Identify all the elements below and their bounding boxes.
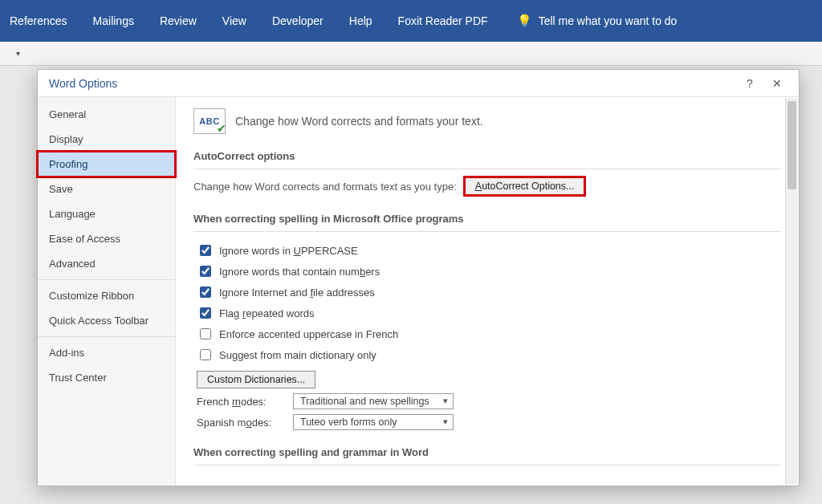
ribbon-tab-review[interactable]: Review	[158, 10, 198, 32]
sidebar-item-quick-access-toolbar[interactable]: Quick Access Toolbar	[38, 308, 175, 333]
sidebar-separator	[38, 336, 175, 337]
spelling-check-3[interactable]: Flag repeated words	[197, 303, 781, 323]
custom-dictionaries-button[interactable]: Custom Dictionaries...	[197, 371, 315, 388]
ribbon: References Mailings Review View Develope…	[0, 0, 822, 42]
ribbon-tab-view[interactable]: View	[221, 10, 248, 32]
ribbon-tab-help[interactable]: Help	[348, 10, 374, 32]
sidebar-item-trust-center[interactable]: Trust Center	[38, 365, 175, 390]
section-spelling-word: When correcting spelling and grammar in …	[193, 441, 781, 465]
ribbon-tab-developer[interactable]: Developer	[271, 10, 325, 32]
sidebar-item-general[interactable]: General	[38, 102, 175, 127]
spelling-checkbox-4[interactable]	[200, 328, 211, 339]
sidebar-item-display[interactable]: Display	[38, 127, 175, 152]
ribbon-tab-references[interactable]: References	[8, 10, 69, 32]
dialog-titlebar: Word Options ? ✕	[38, 70, 799, 97]
tell-me-search[interactable]: 💡 Tell me what you want to do	[517, 14, 678, 28]
lightbulb-icon: 💡	[517, 14, 532, 28]
french-modes-label: French modes:	[197, 396, 285, 408]
dialog-title: Word Options	[49, 77, 736, 90]
content-scrollbar[interactable]	[785, 98, 798, 485]
section-spelling-office: When correcting spelling in Microsoft Of…	[193, 208, 781, 232]
spelling-checkbox-2[interactable]	[200, 287, 211, 298]
sidebar-item-add-ins[interactable]: Add-ins	[38, 340, 175, 365]
dialog-help-button[interactable]: ?	[736, 73, 763, 94]
spelling-check-2[interactable]: Ignore Internet and file addresses	[197, 282, 781, 303]
spelling-checkbox-0[interactable]	[200, 245, 211, 256]
dialog-close-button[interactable]: ✕	[763, 73, 791, 94]
sidebar-item-proofing[interactable]: Proofing	[38, 152, 175, 177]
sidebar-item-customize-ribbon[interactable]: Customize Ribbon	[38, 283, 175, 308]
spelling-check-1[interactable]: Ignore words that contain numbers	[197, 261, 781, 282]
word-options-dialog: Word Options ? ✕ GeneralDisplayProofingS…	[37, 69, 800, 486]
options-sidebar: GeneralDisplayProofingSaveLanguageEase o…	[38, 97, 176, 486]
sidebar-item-save[interactable]: Save	[38, 177, 175, 201]
autocorrect-options-button[interactable]: AutoCorrect Options...	[465, 177, 585, 195]
spanish-modes-dropdown[interactable]: Tuteo verb forms only	[293, 414, 454, 430]
spelling-check-5[interactable]: Suggest from main dictionary only	[197, 344, 781, 365]
sidebar-item-advanced[interactable]: Advanced	[38, 251, 175, 276]
sidebar-separator	[38, 279, 175, 280]
spelling-check-0[interactable]: Ignore words in UPPERCASE	[197, 240, 781, 261]
ribbon-tab-foxit[interactable]: Foxit Reader PDF	[397, 10, 490, 32]
options-content: ABC ✔ Change how Word corrects and forma…	[176, 97, 799, 486]
abc-proofing-icon: ABC ✔	[193, 108, 226, 134]
page-description: Change how Word corrects and formats you…	[235, 115, 483, 128]
section-autocorrect-options: AutoCorrect options	[193, 145, 781, 169]
spelling-checkbox-1[interactable]	[200, 266, 211, 277]
spelling-checkbox-5[interactable]	[200, 349, 211, 360]
sidebar-item-language[interactable]: Language	[38, 201, 175, 226]
ribbon-toolbar: ▾	[0, 42, 822, 66]
scrollbar-thumb[interactable]	[787, 101, 796, 189]
autocorrect-description: Change how Word corrects and formats tex…	[193, 181, 457, 193]
styles-dropdown-icon[interactable]: ▾	[16, 49, 20, 58]
spelling-checkbox-3[interactable]	[200, 307, 211, 319]
check-icon: ✔	[217, 122, 226, 135]
spelling-checkboxes: Ignore words in UPPERCASEIgnore words th…	[197, 240, 781, 365]
ribbon-tab-mailings[interactable]: Mailings	[92, 10, 136, 32]
tell-me-label: Tell me what you want to do	[539, 14, 678, 27]
spelling-check-4[interactable]: Enforce accented uppercase in French	[197, 323, 781, 344]
sidebar-item-ease-of-access[interactable]: Ease of Access	[38, 226, 175, 251]
french-modes-dropdown[interactable]: Traditional and new spellings	[293, 393, 454, 409]
spanish-modes-label: Spanish modes:	[197, 417, 285, 429]
